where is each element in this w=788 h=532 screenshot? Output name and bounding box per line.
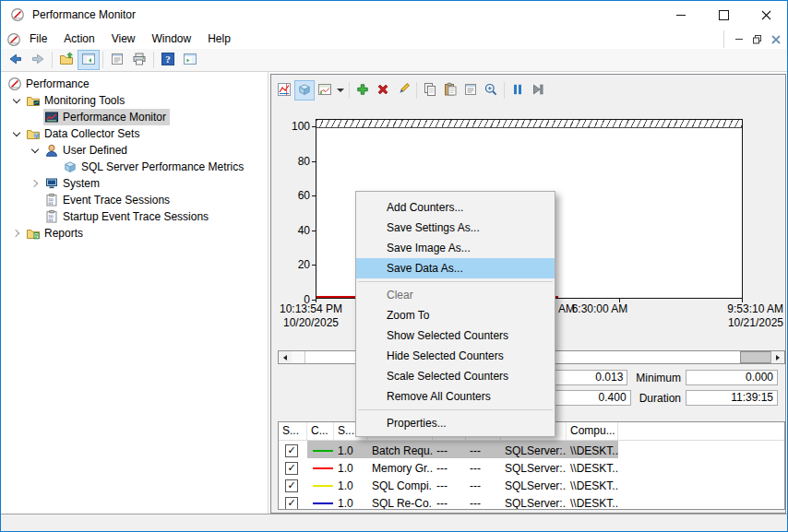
menu-view[interactable]: View [103, 30, 144, 49]
show-checkbox[interactable]: ✓ [285, 462, 298, 475]
tree-item-event-trace-sessions[interactable]: 1001Event Trace Sessions [1, 192, 268, 208]
legend-column-header[interactable]: C... [307, 422, 334, 440]
menu-file[interactable]: File [21, 30, 55, 49]
help-button[interactable]: ? [157, 50, 179, 70]
show-checkbox[interactable]: ✓ [285, 497, 298, 510]
forward-button[interactable] [27, 50, 49, 70]
chevron-collapsed-icon[interactable] [9, 226, 25, 241]
tree-item-startup-event-trace-sessions[interactable]: 1001Startup Event Trace Sessions [1, 208, 268, 225]
computer-icon [44, 176, 59, 191]
cell-scale: 1.0 [334, 458, 368, 476]
mdi-close-button[interactable] [767, 31, 785, 48]
add-counters-button[interactable] [352, 80, 373, 100]
x-axis-label: 9:53:10 AM10/21/2025 [711, 302, 783, 330]
menu-item-show-selected-counters[interactable]: Show Selected Counters [356, 325, 555, 346]
menu-action[interactable]: Action [55, 30, 102, 49]
change-graph-type-button[interactable] [315, 80, 335, 100]
chevron-spacer [46, 160, 62, 174]
chevron-collapsed-icon[interactable] [28, 176, 43, 191]
view-current-activity-button[interactable] [274, 80, 294, 100]
chevron-expanded-icon[interactable] [9, 93, 25, 108]
property-sheet-button[interactable] [106, 50, 128, 70]
cell-color [307, 476, 334, 493]
legend-column-header[interactable]: S... [279, 422, 307, 440]
tree-item-label: Event Trace Sessions [63, 194, 170, 207]
chevron-spacer [28, 110, 43, 124]
mdi-restore-button[interactable] [748, 31, 767, 48]
paste-counter-list-button[interactable] [440, 80, 460, 100]
menu-item-remove-all-counters[interactable]: Remove All Counters [356, 386, 555, 407]
maximize-button[interactable] [702, 1, 745, 30]
menu-item-clear[interactable]: Clear [356, 285, 555, 305]
minimize-button[interactable] [660, 1, 702, 30]
cell-parent: --- [466, 493, 501, 510]
tree-item-label: User Defined [63, 144, 127, 157]
export-list-icon [59, 52, 74, 69]
counter-row-batch-requ[interactable]: ✓1.0Batch Requ...------SQLServer:...\\DE… [279, 441, 784, 458]
view-log-data-icon [297, 82, 312, 100]
export-list-button[interactable] [55, 50, 78, 70]
color-swatch [313, 467, 333, 469]
mdi-restore-icon [753, 35, 762, 44]
tree-item-reports[interactable]: Reports [1, 225, 268, 242]
freeze-display-button[interactable] [507, 80, 528, 100]
scrollbar-thumb[interactable] [740, 351, 772, 363]
show-checkbox[interactable]: ✓ [285, 479, 298, 492]
menu-item-add-counters[interactable]: Add Counters... [356, 197, 555, 218]
change-graph-type-icon [317, 82, 332, 100]
property-sheet-icon [110, 52, 125, 69]
tree-item-user-defined[interactable]: User Defined [1, 142, 268, 159]
update-data-button[interactable] [528, 80, 548, 100]
menu-item-properties[interactable]: Properties... [356, 413, 555, 433]
tree-item-sql-server-performance-metrics[interactable]: SQL Server Performance Metrics [1, 159, 268, 175]
menu-item-save-settings-as[interactable]: Save Settings As... [356, 218, 555, 238]
back-icon [7, 52, 24, 69]
show-checkbox[interactable]: ✓ [285, 444, 298, 457]
color-swatch [313, 485, 333, 487]
menu-item-save-image-as[interactable]: Save Image As... [356, 238, 555, 258]
context-menu: Add Counters...Save Settings As...Save I… [355, 191, 555, 437]
graph-type-dropdown-button[interactable] [335, 80, 346, 100]
menu-help[interactable]: Help [199, 30, 239, 49]
menu-item-save-data-as[interactable]: Save Data As... [356, 258, 555, 278]
counter-row-sql-re-co[interactable]: ✓1.0SQL Re-Co...------SQLServer:...\\DES… [279, 493, 784, 510]
tree-item-data-collector-sets[interactable]: Data Collector Sets [1, 125, 268, 142]
mdi-minimize-icon [735, 39, 743, 40]
delete-counter-button[interactable] [373, 80, 393, 100]
svg-text:?: ? [165, 53, 171, 65]
cell-filler [618, 493, 784, 510]
legend-column-header[interactable]: Compu... [567, 422, 618, 440]
scroll-right-button[interactable] [770, 351, 784, 363]
cell-filler [618, 476, 784, 493]
legend-header-filler [618, 422, 784, 440]
scroll-left-button[interactable] [279, 351, 293, 363]
tree-item-label: Reports [44, 227, 83, 240]
properties-button[interactable] [460, 80, 481, 100]
menu-item-hide-selected-counters[interactable]: Hide Selected Counters [356, 346, 555, 366]
show-hide-console-tree-icon [81, 52, 96, 69]
tree-item-system[interactable]: System [1, 175, 268, 192]
view-log-data-button[interactable] [294, 80, 315, 100]
mdi-minimize-button[interactable] [730, 31, 748, 48]
show-hide-console-tree-button[interactable] [78, 50, 100, 70]
menu-item-zoom-to[interactable]: Zoom To [356, 305, 555, 325]
copy-properties-icon [423, 82, 437, 100]
print-button[interactable] [128, 50, 150, 70]
menu-item-scale-selected-counters[interactable]: Scale Selected Counters [356, 366, 555, 386]
tree-item-monitoring-tools[interactable]: Monitoring Tools [1, 92, 268, 109]
close-button[interactable] [745, 1, 787, 30]
back-button[interactable] [5, 50, 27, 70]
tree-item-performance-monitor[interactable]: Performance Monitor [1, 109, 268, 125]
copy-properties-button[interactable] [420, 80, 440, 100]
scrollbar-page-box[interactable] [292, 351, 305, 363]
tree-item-performance[interactable]: Performance [1, 76, 268, 92]
chevron-expanded-icon[interactable] [28, 143, 43, 158]
counter-row-memory-gr[interactable]: ✓1.0Memory Gr...------SQLServer:...\\DES… [279, 458, 784, 476]
show-hide-action-pane-button[interactable] [179, 50, 201, 70]
menu-window[interactable]: Window [144, 30, 200, 49]
counter-row-sql-compi[interactable]: ✓1.0SQL Compi...------SQLServer:...\\DES… [279, 476, 784, 493]
chevron-expanded-icon[interactable] [9, 126, 25, 141]
zoom-button[interactable] [481, 80, 501, 100]
highlight-button[interactable] [393, 80, 413, 100]
y-axis-label: 60 [282, 189, 310, 202]
